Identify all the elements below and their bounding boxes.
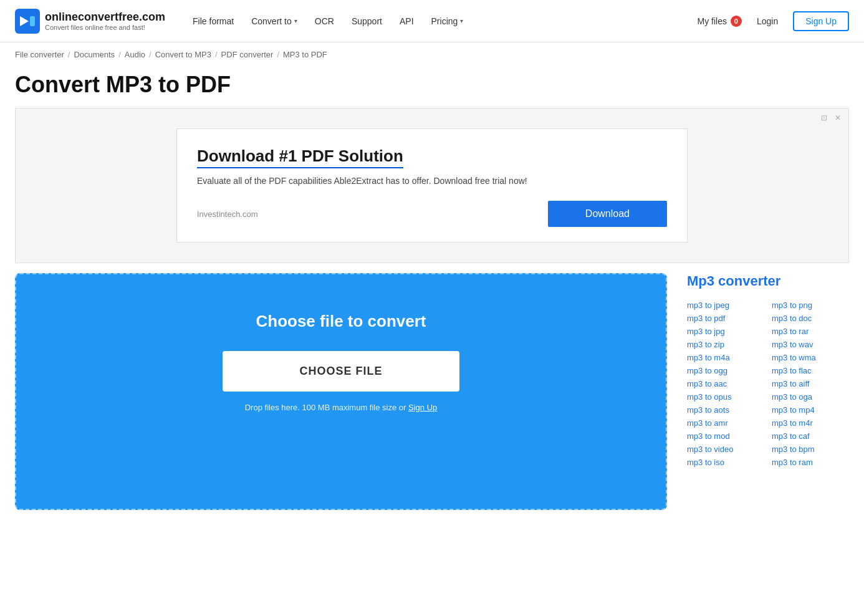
converter-link[interactable]: mp3 to rar xyxy=(772,327,849,336)
chevron-down-icon: ▾ xyxy=(294,17,297,24)
breadcrumb-pdf-converter[interactable]: PDF converter xyxy=(221,50,274,59)
converter-link[interactable]: mp3 to jpg xyxy=(687,327,764,336)
converter-link[interactable]: mp3 to oga xyxy=(772,392,849,402)
converter-link[interactable]: mp3 to bpm xyxy=(772,445,849,454)
sidebar-title: Mp3 converter xyxy=(687,273,849,289)
breadcrumb-sep: / xyxy=(118,50,121,59)
signup-button[interactable]: Sign Up xyxy=(793,11,849,31)
converter-link[interactable]: mp3 to aots xyxy=(687,405,764,415)
converter-link[interactable]: mp3 to doc xyxy=(772,314,849,323)
converter-link[interactable]: mp3 to wma xyxy=(772,353,849,362)
breadcrumb-sep: / xyxy=(68,50,70,59)
logo[interactable]: onlineconvertfree.com Convert files onli… xyxy=(15,9,165,34)
nav-support[interactable]: Support xyxy=(344,11,390,31)
breadcrumb: File converter / Documents / Audio / Con… xyxy=(0,42,864,67)
converter-link[interactable]: mp3 to pdf xyxy=(687,314,764,323)
converter-link[interactable]: mp3 to m4r xyxy=(772,418,849,428)
converter-link[interactable]: mp3 to mod xyxy=(687,431,764,441)
nav-file-format[interactable]: File format xyxy=(185,11,241,31)
ad-close-button[interactable]: ✕ xyxy=(832,112,843,123)
main-nav: File format Convert to ▾ OCR Support API… xyxy=(185,11,697,31)
converter-links: mp3 to jpegmp3 to pngmp3 to pdfmp3 to do… xyxy=(687,301,849,467)
ad-domain: Investintech.com xyxy=(197,209,258,219)
nav-convert-to[interactable]: Convert to ▾ xyxy=(244,11,305,31)
ad-title: Download #1 PDF Solution xyxy=(197,147,403,168)
converter-link[interactable]: mp3 to ogg xyxy=(687,366,764,375)
converter-link[interactable]: mp3 to zip xyxy=(687,340,764,349)
nav-pricing[interactable]: Pricing ▾ xyxy=(424,11,471,31)
converter-link[interactable]: mp3 to video xyxy=(687,445,764,454)
converter-box: Choose file to convert CHOOSE FILE Drop … xyxy=(15,273,667,510)
login-button[interactable]: Login xyxy=(749,12,785,30)
breadcrumb-sep: / xyxy=(149,50,151,59)
converter-link[interactable]: mp3 to ram xyxy=(772,458,849,467)
ad-banner: ⊡ ✕ Download #1 PDF Solution Evaluate al… xyxy=(15,108,849,263)
converter-link[interactable]: mp3 to flac xyxy=(772,366,849,375)
ad-inner: Download #1 PDF Solution Evaluate all of… xyxy=(176,128,688,243)
my-files-label: My files xyxy=(697,16,726,26)
logo-icon xyxy=(15,9,40,34)
breadcrumb-convert-to-mp3[interactable]: Convert to MP3 xyxy=(155,50,211,59)
signup-link[interactable]: Sign Up xyxy=(408,403,437,412)
breadcrumb-sep: / xyxy=(277,50,279,59)
ad-minimize-button[interactable]: ⊡ xyxy=(818,112,830,123)
breadcrumb-sep: / xyxy=(215,50,218,59)
breadcrumb-documents[interactable]: Documents xyxy=(74,50,115,59)
ad-footer: Investintech.com Download xyxy=(197,201,667,227)
converter-link[interactable]: mp3 to png xyxy=(772,301,849,310)
page-title: Convert MP3 to PDF xyxy=(0,67,864,108)
logo-subtitle: Convert files online free and fast! xyxy=(45,24,165,31)
converter-link[interactable]: mp3 to wav xyxy=(772,340,849,349)
nav-ocr[interactable]: OCR xyxy=(307,11,342,31)
my-files-button[interactable]: My files 0 xyxy=(697,16,741,27)
breadcrumb-current: MP3 to PDF xyxy=(283,50,327,59)
converter-title: Choose file to convert xyxy=(256,312,426,331)
converter-link[interactable]: mp3 to iso xyxy=(687,458,764,467)
logo-title: onlineconvertfree.com xyxy=(45,11,165,24)
converter-link[interactable]: mp3 to mp4 xyxy=(772,405,849,415)
chevron-down-icon: ▾ xyxy=(460,17,463,24)
drop-text: Drop files here. 100 MB maximum file siz… xyxy=(245,403,438,412)
svg-rect-2 xyxy=(30,16,35,26)
ad-download-button[interactable]: Download xyxy=(548,201,667,227)
header: onlineconvertfree.com Convert files onli… xyxy=(0,0,864,42)
converter-link[interactable]: mp3 to aiff xyxy=(772,379,849,388)
choose-file-button[interactable]: CHOOSE FILE xyxy=(223,351,459,392)
breadcrumb-file-converter[interactable]: File converter xyxy=(15,50,64,59)
sidebar: Mp3 converter mp3 to jpegmp3 to pngmp3 t… xyxy=(687,273,849,510)
ad-controls: ⊡ ✕ xyxy=(818,112,843,123)
nav-api[interactable]: API xyxy=(392,11,421,31)
ad-description: Evaluate all of the PDF capabilities Abl… xyxy=(197,176,667,186)
converter-link[interactable]: mp3 to caf xyxy=(772,431,849,441)
my-files-badge: 0 xyxy=(731,16,742,27)
breadcrumb-audio[interactable]: Audio xyxy=(125,50,145,59)
converter-link[interactable]: mp3 to aac xyxy=(687,379,764,388)
header-right: My files 0 Login Sign Up xyxy=(697,11,849,31)
converter-link[interactable]: mp3 to m4a xyxy=(687,353,764,362)
converter-link[interactable]: mp3 to jpeg xyxy=(687,301,764,310)
converter-link[interactable]: mp3 to opus xyxy=(687,392,764,402)
converter-link[interactable]: mp3 to amr xyxy=(687,418,764,428)
main-content: Choose file to convert CHOOSE FILE Drop … xyxy=(0,273,864,535)
